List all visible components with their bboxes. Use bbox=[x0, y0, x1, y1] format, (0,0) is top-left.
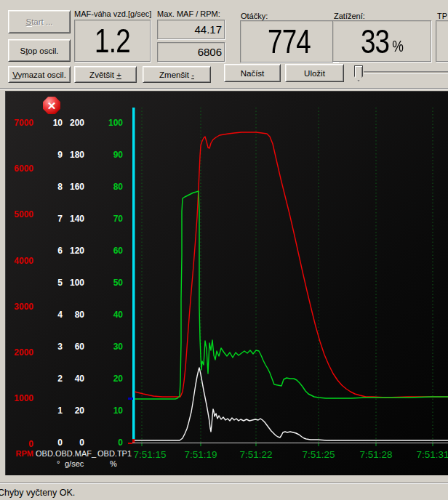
engine-load-value: 33% bbox=[343, 21, 420, 61]
cursor-bar[interactable] bbox=[132, 108, 135, 439]
tp-readout bbox=[436, 20, 448, 62]
channel1-unit: ° bbox=[57, 459, 60, 468]
x-tick-time: 7:51:28 bbox=[359, 449, 392, 460]
load-button[interactable]: Načíst bbox=[224, 64, 281, 82]
oscilloscope-panel: ✕ 70006000500040003000200010000109876543… bbox=[5, 91, 448, 475]
max-maf-readout: 44.17 bbox=[157, 20, 225, 39]
cursor-bar-tip bbox=[132, 439, 135, 443]
engine-load-readout: 33% bbox=[332, 20, 431, 62]
status-bar: Chyby vyčteny OK. bbox=[0, 485, 448, 500]
maf-label: MAF-váha vzd.[g/sec] bbox=[74, 9, 151, 18]
max-rpm-readout: 6806 bbox=[157, 42, 225, 62]
max-rpm-value: 6806 bbox=[158, 43, 224, 61]
maf-readout: 1.2 bbox=[74, 20, 151, 62]
zoom-out-button[interactable]: Zmenšit - bbox=[143, 66, 211, 83]
rpm-readout: 774 bbox=[240, 20, 338, 62]
rpm-axis-name: RPM bbox=[8, 449, 33, 458]
y-tick-col3: 60 bbox=[6, 246, 123, 256]
zoom-in-button[interactable]: Zvětšit + bbox=[74, 66, 137, 83]
y-tick-col3: 100 bbox=[6, 118, 123, 128]
y-tick-col0: 4000 bbox=[6, 256, 33, 266]
x-tick-time: 7:51:19 bbox=[184, 449, 217, 460]
tp-unit: % bbox=[110, 459, 117, 468]
maf-channel-name: OBD.OBD.MAF_ bbox=[36, 449, 96, 458]
engine-load-label: Zatížení: bbox=[334, 12, 365, 20]
clear-oscilloscope-button[interactable]: Vymazat oscil. bbox=[8, 66, 71, 83]
x-axis-origin-mark bbox=[128, 443, 132, 444]
y-tick-col3: 80 bbox=[6, 182, 123, 192]
y-tick-col3: 50 bbox=[6, 278, 123, 288]
maf-value: 1.2 bbox=[82, 20, 142, 61]
status-divider bbox=[0, 483, 448, 484]
y-tick-col0: 6000 bbox=[6, 164, 33, 174]
status-text: Chyby vyčteny OK. bbox=[0, 488, 75, 498]
close-icon: ✕ bbox=[47, 100, 57, 111]
y-tick-col3: 30 bbox=[6, 342, 123, 352]
tp-label: TP bbox=[437, 12, 447, 20]
y-tick-col3: 90 bbox=[6, 150, 123, 160]
close-button[interactable]: ✕ bbox=[43, 97, 60, 114]
y-tick-col3: 40 bbox=[6, 310, 123, 320]
start-button[interactable]: Start ... bbox=[8, 10, 71, 33]
slider-thumb[interactable] bbox=[354, 65, 363, 81]
x-tick-time: 7:51:15 bbox=[133, 449, 166, 460]
maf-unit: g/sec bbox=[65, 459, 84, 468]
slider-track[interactable] bbox=[364, 71, 448, 74]
app-window: Start ... Stop oscil. Vymazat oscil. Zvě… bbox=[0, 0, 448, 500]
x-tick-time: 7:51:25 bbox=[302, 449, 335, 460]
y-tick-col0: 1000 bbox=[6, 393, 33, 403]
x-tick-time: 7:51:31 bbox=[416, 449, 448, 460]
y-tick-col3: 0 bbox=[6, 438, 123, 448]
y-tick-col3: 10 bbox=[6, 406, 123, 416]
max-maf-value: 44.17 bbox=[158, 20, 224, 39]
level-marker bbox=[128, 398, 133, 400]
toolbar: Start ... Stop oscil. Vymazat oscil. Zvě… bbox=[0, 0, 448, 89]
x-tick-time: 7:51:22 bbox=[239, 449, 272, 460]
tp-channel-name: OBD.TP1 bbox=[97, 449, 132, 458]
y-tick-col3: 20 bbox=[6, 374, 123, 384]
rpm-value: 774 bbox=[250, 21, 327, 62]
max-maf-rpm-label: Max. MAF / RPM: bbox=[157, 9, 220, 18]
stop-oscilloscope-button[interactable]: Stop oscil. bbox=[8, 39, 71, 62]
rpm-label: Otáčky: bbox=[241, 12, 268, 20]
save-button[interactable]: Uložit bbox=[285, 64, 344, 82]
y-tick-col3: 70 bbox=[6, 214, 123, 224]
